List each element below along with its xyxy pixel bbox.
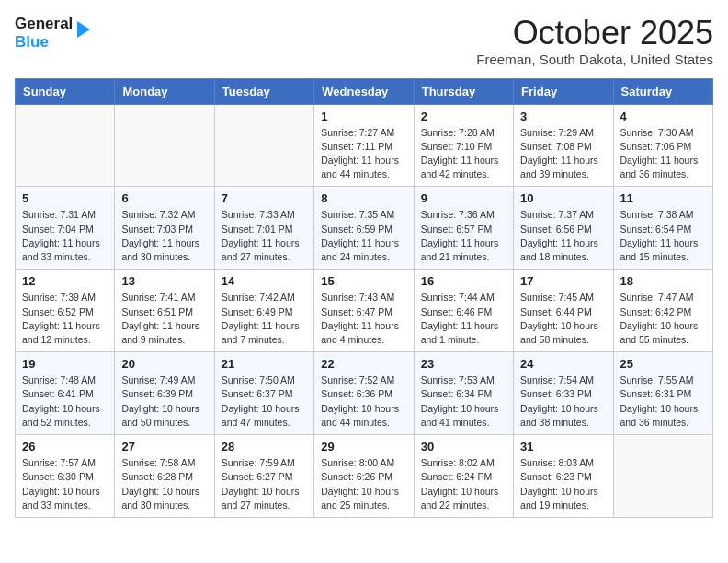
day-info: Sunrise: 7:38 AM Sunset: 6:54 PM Dayligh…	[620, 208, 706, 264]
day-number: 15	[321, 274, 406, 288]
calendar-cell	[115, 104, 214, 187]
calendar-cell: 14Sunrise: 7:42 AM Sunset: 6:49 PM Dayli…	[214, 270, 313, 352]
calendar-cell: 17Sunrise: 7:45 AM Sunset: 6:44 PM Dayli…	[514, 270, 613, 352]
day-number: 18	[620, 274, 706, 288]
day-number: 14	[222, 274, 307, 288]
weekday-header-wednesday: Wednesday	[314, 78, 414, 104]
logo-arrow-icon	[77, 21, 90, 38]
weekday-header-friday: Friday	[514, 78, 613, 104]
day-info: Sunrise: 7:32 AM Sunset: 7:03 PM Dayligh…	[121, 208, 207, 264]
calendar-cell	[613, 435, 712, 518]
day-info: Sunrise: 7:28 AM Sunset: 7:10 PM Dayligh…	[421, 126, 506, 182]
day-number: 6	[121, 191, 207, 205]
calendar-cell	[16, 104, 115, 187]
day-info: Sunrise: 7:55 AM Sunset: 6:31 PM Dayligh…	[620, 373, 706, 430]
calendar-cell: 26Sunrise: 7:57 AM Sunset: 6:30 PM Dayli…	[16, 435, 115, 518]
day-info: Sunrise: 7:37 AM Sunset: 6:56 PM Dayligh…	[520, 208, 606, 264]
day-info: Sunrise: 7:35 AM Sunset: 6:59 PM Dayligh…	[321, 208, 406, 264]
day-number: 8	[321, 191, 406, 205]
day-info: Sunrise: 7:33 AM Sunset: 7:01 PM Dayligh…	[222, 208, 307, 264]
month-title: October 2025	[476, 15, 713, 52]
calendar-week-row: 5Sunrise: 7:31 AM Sunset: 7:04 PM Daylig…	[16, 187, 713, 270]
day-number: 29	[321, 440, 406, 454]
calendar-cell: 24Sunrise: 7:54 AM Sunset: 6:33 PM Dayli…	[514, 352, 613, 435]
calendar-cell: 4Sunrise: 7:30 AM Sunset: 7:06 PM Daylig…	[613, 104, 712, 187]
day-info: Sunrise: 7:53 AM Sunset: 6:34 PM Dayligh…	[421, 373, 506, 430]
calendar-cell: 2Sunrise: 7:28 AM Sunset: 7:10 PM Daylig…	[414, 104, 513, 187]
day-number: 7	[222, 191, 307, 205]
logo-general: General	[15, 15, 73, 33]
calendar-cell: 8Sunrise: 7:35 AM Sunset: 6:59 PM Daylig…	[314, 187, 414, 270]
day-info: Sunrise: 7:29 AM Sunset: 7:08 PM Dayligh…	[520, 126, 606, 182]
calendar-cell: 5Sunrise: 7:31 AM Sunset: 7:04 PM Daylig…	[16, 187, 115, 270]
weekday-header-tuesday: Tuesday	[214, 78, 313, 104]
day-info: Sunrise: 7:49 AM Sunset: 6:39 PM Dayligh…	[121, 373, 207, 430]
weekday-header-row: SundayMondayTuesdayWednesdayThursdayFrid…	[16, 78, 713, 104]
calendar-cell: 15Sunrise: 7:43 AM Sunset: 6:47 PM Dayli…	[314, 270, 414, 352]
day-number: 25	[620, 357, 706, 371]
day-number: 19	[22, 357, 108, 371]
day-number: 4	[620, 109, 706, 123]
location: Freeman, South Dakota, United States	[476, 52, 713, 67]
day-number: 2	[421, 109, 506, 123]
weekday-header-thursday: Thursday	[414, 78, 513, 104]
day-info: Sunrise: 7:42 AM Sunset: 6:49 PM Dayligh…	[222, 291, 307, 347]
day-number: 26	[22, 440, 108, 454]
day-info: Sunrise: 7:31 AM Sunset: 7:04 PM Dayligh…	[22, 208, 108, 264]
logo-blue: Blue	[15, 33, 73, 52]
calendar-cell: 13Sunrise: 7:41 AM Sunset: 6:51 PM Dayli…	[115, 270, 214, 352]
calendar-cell: 25Sunrise: 7:55 AM Sunset: 6:31 PM Dayli…	[613, 352, 712, 435]
calendar-cell: 3Sunrise: 7:29 AM Sunset: 7:08 PM Daylig…	[514, 104, 613, 187]
calendar-cell: 22Sunrise: 7:52 AM Sunset: 6:36 PM Dayli…	[314, 352, 414, 435]
day-info: Sunrise: 8:00 AM Sunset: 6:26 PM Dayligh…	[321, 456, 406, 512]
calendar-cell: 6Sunrise: 7:32 AM Sunset: 7:03 PM Daylig…	[115, 187, 214, 270]
day-number: 24	[520, 357, 606, 371]
weekday-header-sunday: Sunday	[16, 78, 115, 104]
day-info: Sunrise: 7:39 AM Sunset: 6:52 PM Dayligh…	[22, 291, 108, 347]
calendar-cell: 12Sunrise: 7:39 AM Sunset: 6:52 PM Dayli…	[16, 270, 115, 352]
day-number: 17	[520, 274, 606, 288]
calendar-cell: 18Sunrise: 7:47 AM Sunset: 6:42 PM Dayli…	[613, 270, 712, 352]
day-info: Sunrise: 7:54 AM Sunset: 6:33 PM Dayligh…	[520, 373, 606, 430]
day-number: 9	[421, 191, 506, 205]
page-header: General Blue October 2025 Freeman, South…	[15, 15, 713, 67]
day-info: Sunrise: 7:57 AM Sunset: 6:30 PM Dayligh…	[22, 456, 108, 512]
day-number: 13	[121, 274, 207, 288]
day-info: Sunrise: 7:36 AM Sunset: 6:57 PM Dayligh…	[421, 208, 506, 264]
day-number: 21	[222, 357, 307, 371]
day-info: Sunrise: 7:52 AM Sunset: 6:36 PM Dayligh…	[321, 373, 406, 430]
day-number: 31	[520, 440, 606, 454]
calendar-cell: 29Sunrise: 8:00 AM Sunset: 6:26 PM Dayli…	[314, 435, 414, 518]
calendar-table: SundayMondayTuesdayWednesdayThursdayFrid…	[15, 78, 713, 518]
calendar-cell: 20Sunrise: 7:49 AM Sunset: 6:39 PM Dayli…	[115, 352, 214, 435]
day-info: Sunrise: 7:44 AM Sunset: 6:46 PM Dayligh…	[421, 291, 506, 347]
day-info: Sunrise: 7:59 AM Sunset: 6:27 PM Dayligh…	[222, 456, 307, 512]
logo-text-block: General Blue	[15, 15, 73, 52]
day-number: 5	[22, 191, 108, 205]
day-number: 20	[121, 357, 207, 371]
day-number: 30	[421, 440, 506, 454]
calendar-week-row: 1Sunrise: 7:27 AM Sunset: 7:11 PM Daylig…	[16, 104, 713, 187]
calendar-cell: 9Sunrise: 7:36 AM Sunset: 6:57 PM Daylig…	[414, 187, 513, 270]
day-info: Sunrise: 7:41 AM Sunset: 6:51 PM Dayligh…	[121, 291, 207, 347]
calendar-cell: 23Sunrise: 7:53 AM Sunset: 6:34 PM Dayli…	[414, 352, 513, 435]
calendar-cell: 27Sunrise: 7:58 AM Sunset: 6:28 PM Dayli…	[115, 435, 214, 518]
calendar-cell	[214, 104, 313, 187]
calendar-cell: 30Sunrise: 8:02 AM Sunset: 6:24 PM Dayli…	[414, 435, 513, 518]
day-number: 3	[520, 109, 606, 123]
day-info: Sunrise: 7:27 AM Sunset: 7:11 PM Dayligh…	[321, 126, 406, 182]
day-number: 12	[22, 274, 108, 288]
weekday-header-saturday: Saturday	[613, 78, 712, 104]
day-info: Sunrise: 7:58 AM Sunset: 6:28 PM Dayligh…	[121, 456, 207, 512]
day-number: 23	[421, 357, 506, 371]
day-info: Sunrise: 7:43 AM Sunset: 6:47 PM Dayligh…	[321, 291, 406, 347]
calendar-week-row: 19Sunrise: 7:48 AM Sunset: 6:41 PM Dayli…	[16, 352, 713, 435]
day-number: 16	[421, 274, 506, 288]
day-info: Sunrise: 7:30 AM Sunset: 7:06 PM Dayligh…	[620, 126, 706, 182]
day-info: Sunrise: 7:45 AM Sunset: 6:44 PM Dayligh…	[520, 291, 606, 347]
calendar-cell: 16Sunrise: 7:44 AM Sunset: 6:46 PM Dayli…	[414, 270, 513, 352]
weekday-header-monday: Monday	[115, 78, 214, 104]
logo-wrapper: General Blue	[15, 15, 90, 52]
day-number: 11	[620, 191, 706, 205]
calendar-cell: 10Sunrise: 7:37 AM Sunset: 6:56 PM Dayli…	[514, 187, 613, 270]
